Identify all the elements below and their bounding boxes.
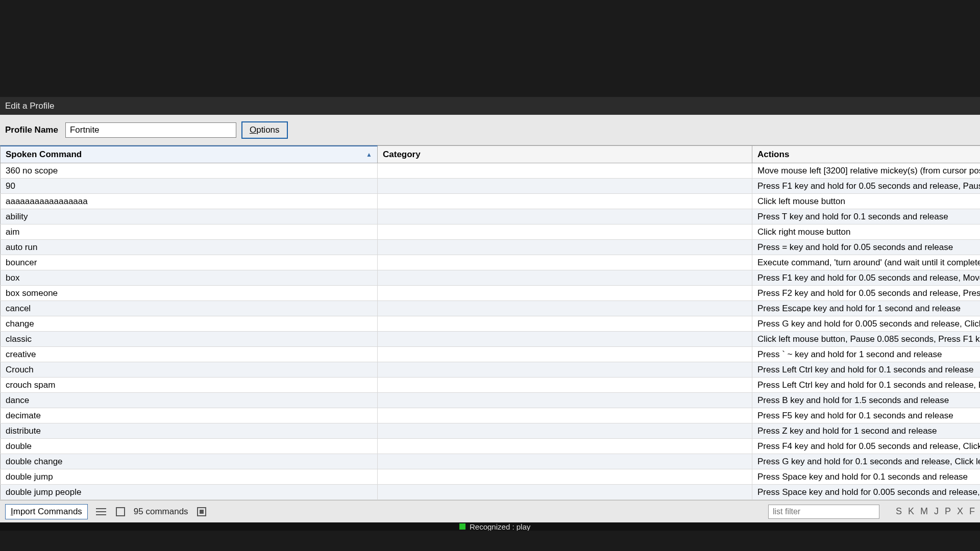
cell-category: [378, 423, 752, 438]
cell-actions: Press Space key and hold for 0.005 secon…: [752, 485, 980, 499]
cell-category: [378, 485, 752, 499]
cell-spoken: crouch spam: [0, 378, 378, 392]
letter-filter[interactable]: P: [945, 506, 951, 517]
cell-spoken: decimate: [0, 408, 378, 423]
letter-filter[interactable]: K: [908, 506, 914, 517]
options-mnemonic: O: [250, 125, 256, 135]
list-view-icon[interactable]: [95, 506, 107, 518]
cell-spoken: ability: [0, 209, 378, 224]
cell-category: [378, 332, 752, 346]
footer-toolbar: Import Commands 95 commands SKMJPXF: [0, 500, 980, 522]
letter-filter[interactable]: F: [969, 506, 975, 517]
table-row[interactable]: dancePress B key and hold for 1.5 second…: [0, 393, 980, 408]
cell-category: [378, 286, 752, 300]
cell-actions: Press F4 key and hold for 0.05 seconds a…: [752, 439, 980, 454]
svg-rect-3: [116, 508, 125, 516]
table-row[interactable]: doublePress F4 key and hold for 0.05 sec…: [0, 439, 980, 454]
options-label-rest: ptions: [256, 125, 279, 135]
table-row[interactable]: crouch spamPress Left Ctrl key and hold …: [0, 378, 980, 393]
cell-actions: Click left mouse button, Pause 0.085 sec…: [752, 332, 980, 346]
cell-actions: Press F5 key and hold for 0.1 seconds an…: [752, 408, 980, 423]
column-header-actions[interactable]: Actions: [752, 146, 980, 163]
cell-category: [378, 316, 752, 331]
table-row[interactable]: creativePress ` ~ key and hold for 1 sec…: [0, 347, 980, 362]
stop-icon[interactable]: [195, 506, 208, 518]
table-row[interactable]: bouncerExecute command, 'turn around' (a…: [0, 255, 980, 270]
cell-actions: Click left mouse button: [752, 194, 980, 209]
cell-actions: Execute command, 'turn around' (and wait…: [752, 255, 980, 270]
cell-category: [378, 347, 752, 362]
table-row[interactable]: cancelPress Escape key and hold for 1 se…: [0, 301, 980, 316]
cell-actions: Press B key and hold for 1.5 seconds and…: [752, 393, 980, 408]
table-row[interactable]: aaaaaaaaaaaaaaaaaClick left mouse button: [0, 194, 980, 209]
cell-category: [378, 408, 752, 423]
table-row[interactable]: aimClick right mouse button: [0, 224, 980, 240]
letter-filter[interactable]: M: [920, 506, 928, 517]
cell-category: [378, 179, 752, 193]
letter-filter-row: SKMJPXF: [896, 506, 975, 517]
cell-spoken: double: [0, 439, 378, 454]
status-bar: Recognized : play: [0, 522, 980, 531]
column-header-category[interactable]: Category: [378, 146, 752, 163]
cell-category: [378, 194, 752, 209]
cell-spoken: aaaaaaaaaaaaaaaaa: [0, 194, 378, 209]
table-row[interactable]: 360 no scopeMove mouse left [3200] relat…: [0, 163, 980, 179]
cell-spoken: aim: [0, 224, 378, 239]
import-commands-button[interactable]: Import Commands: [5, 504, 88, 519]
cell-actions: Press Escape key and hold for 1 second a…: [752, 301, 980, 316]
table-row[interactable]: abilityPress T key and hold for 0.1 seco…: [0, 209, 980, 224]
cell-actions: Press G key and hold for 0.1 seconds and…: [752, 454, 980, 469]
table-row[interactable]: 90Press F1 key and hold for 0.05 seconds…: [0, 179, 980, 194]
cell-spoken: double change: [0, 454, 378, 469]
cell-category: [378, 209, 752, 224]
cell-spoken: bouncer: [0, 255, 378, 270]
svg-rect-5: [200, 510, 204, 514]
cell-category: [378, 270, 752, 285]
window-title: Edit a Profile: [5, 101, 54, 111]
column-header-spoken[interactable]: Spoken Command ▲: [0, 145, 378, 163]
cell-spoken: box: [0, 270, 378, 285]
table-row[interactable]: double jumpPress Space key and hold for …: [0, 469, 980, 485]
letter-filter[interactable]: J: [934, 506, 939, 517]
cell-actions: Press F1 key and hold for 0.05 seconds a…: [752, 270, 980, 285]
cell-category: [378, 362, 752, 377]
table-row[interactable]: CrouchPress Left Ctrl key and hold for 0…: [0, 362, 980, 378]
letter-filter[interactable]: X: [957, 506, 963, 517]
cell-spoken: auto run: [0, 240, 378, 255]
table-row[interactable]: box someonePress F2 key and hold for 0.0…: [0, 286, 980, 301]
cell-category: [378, 393, 752, 408]
profile-name-label: Profile Name: [5, 125, 58, 135]
table-row[interactable]: auto runPress = key and hold for 0.05 se…: [0, 240, 980, 255]
table-row[interactable]: double jump peoplePress Space key and ho…: [0, 485, 980, 500]
cell-actions: Click right mouse button: [752, 224, 980, 239]
cell-category: [378, 469, 752, 484]
cell-category: [378, 240, 752, 255]
cell-actions: Press Left Ctrl key and hold for 0.1 sec…: [752, 378, 980, 392]
checkbox-icon[interactable]: [114, 506, 127, 518]
list-filter-input[interactable]: [768, 505, 879, 519]
profile-name-input[interactable]: [65, 122, 236, 138]
cell-actions: Press Space key and hold for 0.1 seconds…: [752, 469, 980, 484]
cell-category: [378, 439, 752, 454]
table-row[interactable]: double changePress G key and hold for 0.…: [0, 454, 980, 469]
table-row[interactable]: decimatePress F5 key and hold for 0.1 se…: [0, 408, 980, 423]
cell-category: [378, 454, 752, 469]
cell-spoken: change: [0, 316, 378, 331]
cell-spoken: distribute: [0, 423, 378, 438]
recognized-status: Recognized : play: [470, 522, 530, 531]
table-row[interactable]: distributePress Z key and hold for 1 sec…: [0, 423, 980, 439]
cell-category: [378, 163, 752, 178]
table-row[interactable]: changePress G key and hold for 0.005 sec…: [0, 316, 980, 332]
commands-grid: Spoken Command ▲ Category Actions 360 no…: [0, 145, 980, 500]
cell-spoken: box someone: [0, 286, 378, 300]
cell-actions: Press G key and hold for 0.005 seconds a…: [752, 316, 980, 331]
grid-body: 360 no scopeMove mouse left [3200] relat…: [0, 163, 980, 500]
cell-actions: Press T key and hold for 0.1 seconds and…: [752, 209, 980, 224]
table-row[interactable]: boxPress F1 key and hold for 0.05 second…: [0, 270, 980, 286]
table-row[interactable]: classicClick left mouse button, Pause 0.…: [0, 332, 980, 347]
cell-actions: Press F1 key and hold for 0.05 seconds a…: [752, 179, 980, 193]
cell-spoken: classic: [0, 332, 378, 346]
cell-spoken: creative: [0, 347, 378, 362]
letter-filter[interactable]: S: [896, 506, 902, 517]
options-button[interactable]: Options: [241, 121, 288, 139]
